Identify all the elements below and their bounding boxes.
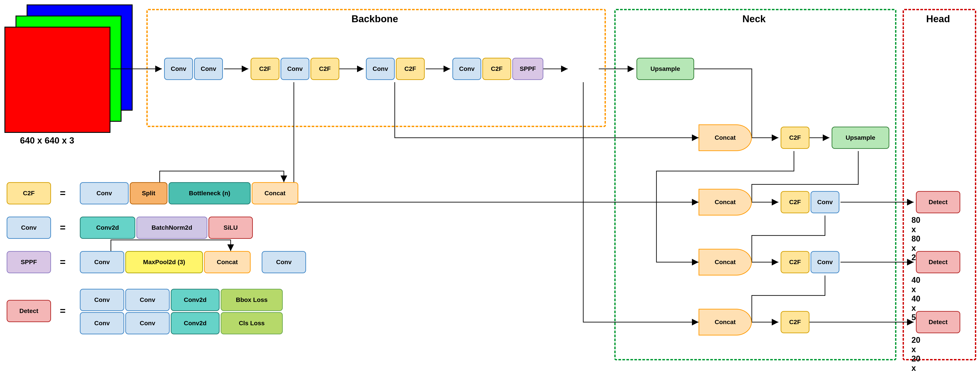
legend-conv-key: Conv [6,217,51,239]
bb-sppf: SPPF [512,58,543,80]
neck-upsample-1: Upsample [636,58,694,80]
bb-conv-1: Conv [164,58,193,80]
neck-concat-1-body: Concat [698,125,752,151]
legend-c2f-split: Split [130,182,167,205]
neck-conv-1: Conv [811,191,839,213]
legend-sppf-concat: Concat [204,251,251,273]
legend-c2f-conv: Conv [80,182,129,205]
head-detect-1: Detect [916,191,960,213]
legend-conv-silu: SiLU [208,217,253,239]
legend-sppf-conv2: Conv [262,251,306,273]
bb-c2f-4: C2F [482,58,511,80]
neck-c2f-4: C2F [781,311,810,333]
neck-concat-4-body: Concat [698,309,752,336]
diagram-canvas: 640 x 640 x 3 Backbone Neck Head [0,0,980,371]
legend-c2f-eq: = [60,188,66,199]
legend-detect-r1-conv2: Conv [125,312,170,334]
neck-c2f-2: C2F [781,191,810,213]
head-detect-2: Detect [916,251,960,273]
legend-sppf-conv1: Conv [80,251,124,273]
legend-sppf-eq: = [60,257,66,268]
legend-detect-r1-conv1: Conv [80,312,124,334]
legend-c2f-key: C2F [6,182,51,205]
neck-concat-4: Concat [698,309,752,336]
neck-concat-3: Concat [698,249,752,275]
head-dim-3: 20 x 20 x 512 [912,336,925,371]
legend-c2f-bottleneck: Bottleneck (n) [169,182,251,205]
legend-conv-bn: BatchNorm2d [137,217,207,239]
bb-conv-4: Conv [366,58,395,80]
bb-c2f-1: C2F [251,58,280,80]
bb-c2f-2: C2F [310,58,339,80]
legend-conv-eq: = [60,222,66,233]
neck-concat-3-body: Concat [698,249,752,275]
head-detect-3: Detect [916,311,960,333]
legend-detect-r0-bbox: Bbox Loss [221,289,283,311]
legend-conv-conv2d: Conv2d [80,217,135,239]
legend-sppf-maxpool: MaxPool2d (3) [125,251,203,273]
bb-c2f-3: C2F [396,58,425,80]
bb-conv-2: Conv [194,58,223,80]
neck-c2f-1: C2F [781,126,810,149]
legend-detect-r1-cls: Cls Loss [221,312,283,334]
bb-conv-3: Conv [280,58,309,80]
legend-c2f-concat: Concat [252,182,298,205]
legend-detect-r0-conv2d: Conv2d [171,289,220,311]
legend-detect-r0-conv1: Conv [80,289,124,311]
legend-sppf-key: SPPF [6,251,51,273]
neck-concat-2-body: Concat [698,189,752,216]
bb-conv-5: Conv [452,58,481,80]
legend-detect-r0-conv2: Conv [125,289,170,311]
neck-upsample-2: Upsample [832,126,889,149]
legend-detect-eq: = [60,305,66,317]
neck-concat-1: Concat [698,125,752,151]
legend-detect-r1-conv2d: Conv2d [171,312,220,334]
neck-concat-2: Concat [698,189,752,216]
legend-detect-key: Detect [6,300,51,322]
neck-conv-2: Conv [811,251,839,273]
neck-c2f-3: C2F [781,251,810,273]
